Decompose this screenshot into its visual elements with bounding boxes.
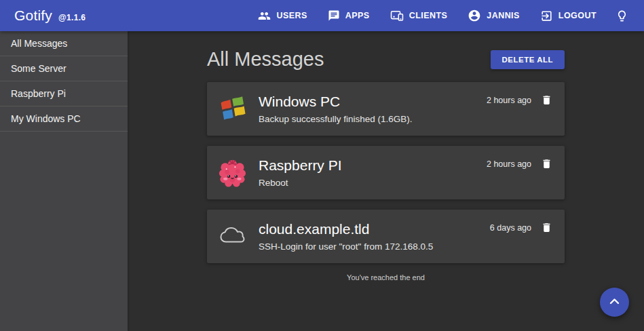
clients-devices-icon: [390, 9, 404, 22]
app-bar: Gotify @1.1.6 USERS APPS: [0, 0, 644, 31]
message-body: SSH-Login for user "root" from 172.168.0…: [259, 241, 490, 253]
chevron-up-icon: [609, 296, 620, 308]
nav-logout-button[interactable]: LOGOUT: [533, 4, 604, 28]
users-icon: [258, 9, 271, 22]
message-timestamp: 2 hours ago: [487, 159, 531, 169]
sidebar-item-raspberry-pi[interactable]: Raspberry Pi: [0, 81, 128, 106]
sidebar-item-some-server[interactable]: Some Server: [0, 56, 128, 81]
nav-clients-label: CLIENTS: [409, 11, 448, 20]
windows-logo-icon: [218, 94, 247, 123]
cloud-icon: [218, 222, 247, 251]
sidebar-item-my-windows-pc[interactable]: My Windows PC: [0, 106, 128, 132]
message-title: Raspberry PI: [259, 157, 487, 174]
trash-icon: [541, 226, 552, 236]
nav-user-label: JANNIS: [487, 11, 520, 20]
sidebar: All Messages Some Server Raspberry Pi My…: [0, 31, 128, 331]
nav-apps-button[interactable]: APPS: [320, 4, 377, 27]
delete-all-button[interactable]: DELETE ALL: [491, 50, 565, 69]
message-timestamp: 2 hours ago: [487, 96, 531, 105]
nav-user-account-button[interactable]: JANNIS: [460, 3, 527, 28]
trash-icon: [541, 98, 552, 109]
delete-message-button[interactable]: [539, 94, 554, 106]
delete-message-button[interactable]: [539, 157, 554, 170]
scroll-to-top-fab[interactable]: [600, 288, 629, 317]
message-body: Backup successfully finished (1.6GB).: [259, 113, 487, 125]
message-card: Windows PC Backup successfully finished …: [207, 82, 565, 136]
sidebar-item-label: My Windows PC: [11, 113, 81, 124]
brand: Gotify @1.1.6: [14, 7, 86, 24]
trash-icon: [541, 162, 552, 172]
nav-clients-button[interactable]: CLIENTS: [383, 4, 455, 27]
sidebar-item-label: All Messages: [11, 38, 67, 49]
page-title: All Messages: [207, 48, 324, 71]
nav-users-label: USERS: [276, 11, 307, 20]
theme-toggle-button[interactable]: [609, 4, 634, 28]
message-body: Reboot: [259, 177, 487, 189]
message-card: Raspberry PI Reboot 2 hours ago: [207, 146, 565, 199]
app-version: @1.1.6: [58, 13, 86, 22]
sidebar-item-label: Some Server: [11, 63, 67, 74]
message-timestamp: 6 days ago: [490, 223, 531, 233]
apps-chat-icon: [328, 9, 340, 22]
lightbulb-icon: [615, 9, 628, 22]
nav-users-button[interactable]: USERS: [250, 4, 314, 28]
sidebar-item-label: Raspberry Pi: [11, 88, 66, 99]
message-card: cloud.example.tld SSH-Login for user "ro…: [207, 210, 565, 263]
app-title: Gotify: [14, 7, 52, 24]
delete-message-button[interactable]: [539, 221, 554, 234]
nav-apps-label: APPS: [345, 11, 370, 20]
sidebar-item-all-messages[interactable]: All Messages: [0, 31, 128, 56]
main-content: All Messages DELETE ALL Windows PC Backu…: [128, 31, 644, 331]
message-title: cloud.example.tld: [259, 220, 490, 238]
nav-logout-label: LOGOUT: [558, 11, 596, 20]
raspberry-logo-icon: [218, 158, 247, 187]
app-bar-nav: USERS APPS CLIENTS JANNIS: [250, 3, 634, 28]
logout-icon: [540, 9, 553, 22]
end-of-list-text: You've reached the end: [207, 273, 565, 281]
account-circle-icon: [468, 9, 481, 22]
message-title: Windows PC: [259, 93, 487, 111]
